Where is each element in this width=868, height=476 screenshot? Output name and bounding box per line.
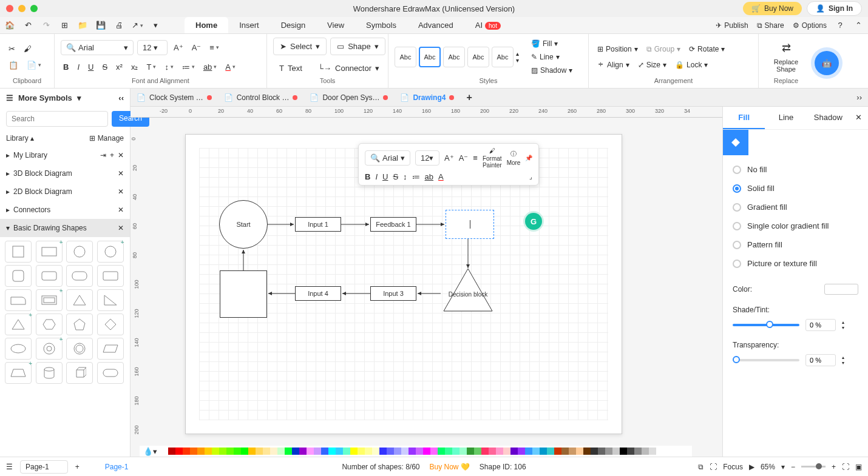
shadow-dropdown[interactable]: ▨Shadow▾ xyxy=(529,65,575,76)
grammarly-icon[interactable]: G xyxy=(525,213,542,230)
palette-color[interactable] xyxy=(358,448,365,455)
shape-double-circle[interactable] xyxy=(66,338,93,360)
right-tab-line[interactable]: Line xyxy=(765,107,807,129)
doc-tab-0[interactable]: 📄Clock System … xyxy=(131,91,218,104)
palette-color[interactable] xyxy=(591,448,598,455)
palette-color[interactable] xyxy=(183,448,190,455)
symbols-menu-icon[interactable]: ☰ xyxy=(6,93,13,102)
shape-input3[interactable]: Input 3 xyxy=(370,286,416,301)
zoom-out-button[interactable]: − xyxy=(791,463,795,471)
underline-button[interactable]: U xyxy=(86,60,96,74)
float-format-painter[interactable]: 🖌Format Painter xyxy=(483,147,502,169)
palette-color[interactable] xyxy=(256,448,263,455)
stepper-up-icon[interactable]: ▴ xyxy=(842,320,844,325)
float-font-select[interactable]: 🔍Arial▾ xyxy=(365,150,410,166)
fill-option-pattern[interactable]: Pattern fill xyxy=(733,235,858,254)
style-preset-2[interactable]: Abc xyxy=(419,47,441,67)
palette-color[interactable] xyxy=(343,448,350,455)
lock-dropdown[interactable]: 🔒Lock▾ xyxy=(673,59,710,70)
palette-color[interactable] xyxy=(394,448,401,455)
shape-pentagon[interactable] xyxy=(66,313,93,335)
tab-view[interactable]: View xyxy=(316,17,355,33)
eyedropper-icon[interactable]: 💧▾ xyxy=(143,447,157,456)
palette-color[interactable] xyxy=(350,448,358,455)
italic-button[interactable]: I xyxy=(75,60,82,74)
page-list-icon[interactable]: ☰ xyxy=(6,463,13,471)
palette-color[interactable] xyxy=(277,448,285,455)
palette-color[interactable] xyxy=(328,448,336,455)
text-tool[interactable]: TText xyxy=(273,60,308,76)
copy-button[interactable]: 📋 xyxy=(6,58,21,72)
palette-color[interactable] xyxy=(561,448,569,455)
shape-triangle[interactable] xyxy=(66,289,93,311)
palette-color[interactable] xyxy=(525,448,532,455)
fit-page-icon[interactable]: ▣ xyxy=(855,463,862,471)
palette-color[interactable] xyxy=(401,448,409,455)
library-label[interactable]: Library ▴ xyxy=(6,134,34,142)
shape-hexagon[interactable] xyxy=(36,313,63,335)
replace-shape-label[interactable]: Replace Shape xyxy=(774,58,798,73)
save-icon[interactable]: 💾 xyxy=(96,21,106,30)
palette-color[interactable] xyxy=(161,448,168,455)
palette-color[interactable] xyxy=(503,448,510,455)
doc-tab-3[interactable]: 📄Drawing4 xyxy=(394,91,460,104)
close-icon[interactable]: ✕ xyxy=(118,206,124,214)
shape-empty-square[interactable] xyxy=(220,270,267,318)
float-align-icon[interactable]: ≡ xyxy=(473,153,478,163)
align-menu-dropdown[interactable]: ⫩Align▾ xyxy=(595,59,632,70)
float-increase-font-icon[interactable]: A⁺ xyxy=(444,153,454,163)
tab-symbols[interactable]: Symbols xyxy=(355,17,407,33)
palette-color[interactable] xyxy=(299,448,307,455)
palette-color[interactable] xyxy=(168,448,175,455)
fullscreen-icon[interactable]: ⛶ xyxy=(842,463,849,471)
right-tab-fill[interactable]: Fill xyxy=(723,107,765,129)
close-window-icon[interactable] xyxy=(6,5,13,12)
fill-dropdown[interactable]: 🪣Fill▾ xyxy=(529,38,575,49)
palette-color[interactable] xyxy=(547,448,554,455)
style-preset-4[interactable]: Abc xyxy=(467,47,489,67)
layers-icon[interactable]: ⧉ xyxy=(698,463,704,471)
collapse-ribbon-icon[interactable]: ⌃ xyxy=(853,21,863,30)
publish-button[interactable]: ✈Publish xyxy=(716,21,748,30)
shade-input[interactable] xyxy=(805,319,836,331)
shape-parallelogram[interactable] xyxy=(97,338,124,360)
palette-color[interactable] xyxy=(416,448,423,455)
text-effects-button[interactable]: T xyxy=(144,60,158,74)
palette-color[interactable] xyxy=(263,448,270,455)
shape-ellipse[interactable] xyxy=(5,338,32,360)
page-tab[interactable]: Page-1 xyxy=(105,463,129,471)
focus-label[interactable]: Focus xyxy=(723,463,743,471)
new-icon[interactable]: ⊞ xyxy=(59,21,69,30)
stepper-down-icon[interactable]: ▾ xyxy=(842,325,844,330)
my-library-item[interactable]: ▸ My Library ⇥ + ✕ xyxy=(0,146,130,164)
float-underline-button[interactable]: U xyxy=(382,172,388,181)
size-dropdown[interactable]: ⤢Size▾ xyxy=(636,59,669,70)
palette-color[interactable] xyxy=(452,448,459,455)
line-spacing-button[interactable]: ↕ xyxy=(162,60,176,74)
search-input[interactable] xyxy=(6,111,108,127)
float-bold-button[interactable]: B xyxy=(365,172,370,181)
float-line-spacing-icon[interactable]: ↕ xyxy=(403,172,407,181)
float-font-color-icon[interactable]: A xyxy=(438,172,444,181)
shape-rounded-square[interactable] xyxy=(5,265,32,287)
doc-tab-2[interactable]: 📄Door Open Sys… xyxy=(303,91,394,104)
maximize-window-icon[interactable] xyxy=(30,5,38,12)
tab-advanced[interactable]: Advanced xyxy=(407,17,464,33)
manage-button[interactable]: ⊞ Manage xyxy=(89,134,124,142)
float-decrease-font-icon[interactable]: A⁻ xyxy=(459,153,469,163)
palette-color[interactable] xyxy=(532,448,540,455)
line-dropdown[interactable]: ✎Line▾ xyxy=(529,52,575,62)
close-icon[interactable]: ✕ xyxy=(118,224,124,232)
paste-button[interactable]: 📄 xyxy=(24,58,44,72)
palette-color[interactable] xyxy=(620,448,627,455)
float-size-select[interactable]: 12▾ xyxy=(415,150,439,166)
palette-color[interactable] xyxy=(605,448,612,455)
shape-circle-thin[interactable]: + xyxy=(97,241,124,263)
sign-in-button[interactable]: 👤 Sign In xyxy=(807,1,862,16)
palette-color[interactable] xyxy=(307,448,314,455)
close-panel-icon[interactable]: ✕ xyxy=(849,107,868,129)
font-color-button[interactable]: A xyxy=(223,60,238,74)
transparency-slider[interactable] xyxy=(733,359,799,361)
palette-color[interactable] xyxy=(481,448,489,455)
more-symbols-label[interactable]: More Symbols xyxy=(18,93,72,102)
